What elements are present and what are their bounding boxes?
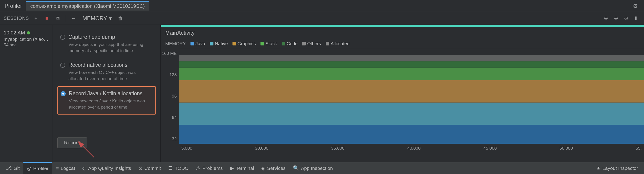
status-app-quality-label: App Quality Insights <box>88 166 131 171</box>
legend-native: Native <box>210 41 228 46</box>
stop-button[interactable]: ■ <box>43 14 51 22</box>
todo-icon: ☰ <box>168 165 173 171</box>
layout-inspector-icon: ⊞ <box>596 166 600 171</box>
main-layout: 10:02 AM myapplication (Xiaomi M2010J1..… <box>0 25 644 162</box>
status-terminal-label: Terminal <box>236 166 254 171</box>
settings-icon[interactable]: ⚙ <box>632 2 640 10</box>
chart-y-labels: 160 MB 128 96 64 32 <box>161 49 179 144</box>
back-button[interactable]: ← <box>70 14 78 22</box>
option-java-kotlin-title: Record Java / Kotlin allocations <box>69 90 152 97</box>
memory-dropdown[interactable]: MEMORY ▾ <box>80 14 114 22</box>
pause-button[interactable]: ⏸ <box>632 14 640 22</box>
radio-heap-dump[interactable] <box>60 35 65 40</box>
svg-rect-10 <box>179 68 644 80</box>
option-heap-dump-desc: View objects in your app that are using … <box>68 42 153 54</box>
status-profiler[interactable]: ◎ Profiler <box>24 162 52 174</box>
legend-allocated: Allocated <box>326 41 350 46</box>
title-bar-left: Profiler com.example.myapplication (Xiao… <box>4 2 150 10</box>
svg-rect-11 <box>179 61 644 68</box>
title-bar-right: ⚙ <box>632 2 640 10</box>
status-commit-label: Commit <box>144 166 161 171</box>
split-button[interactable]: ⧉ <box>54 14 62 22</box>
options-panel: Capture heap dump View objects in your a… <box>53 25 161 162</box>
delete-button[interactable]: 🗑 <box>116 14 124 22</box>
zoom-reset-button[interactable]: ⊕ <box>612 14 620 22</box>
legend-code: Code <box>282 41 298 46</box>
status-layout-inspector[interactable]: ⊞ Layout Inspector <box>593 166 642 171</box>
svg-rect-9 <box>179 80 644 102</box>
chart-plot <box>179 49 644 144</box>
x-label-3: 40,000 <box>407 146 420 151</box>
status-problems[interactable]: ⚠ Problems <box>192 162 226 174</box>
status-git[interactable]: ⎇ Git <box>2 162 24 174</box>
radio-native-alloc[interactable] <box>60 63 65 68</box>
chart-panel: MainActivity MEMORY Java Native Graphics… <box>161 25 644 162</box>
legend-stack-label: Stack <box>266 41 277 46</box>
option-heap-dump-title: Capture heap dump <box>68 34 153 40</box>
legend-graphics-color <box>232 42 236 46</box>
title-tab[interactable]: com.example.myapplication (Xiaomi M2010J… <box>26 2 150 10</box>
status-profiler-label: Profiler <box>33 166 49 171</box>
app-inspection-icon: 🔍 <box>293 165 299 171</box>
option-java-kotlin[interactable]: Record Java / Kotlin allocations View ho… <box>58 86 156 114</box>
option-java-kotlin-text: Record Java / Kotlin allocations View ho… <box>69 90 152 110</box>
sessions-label: SESSIONS <box>4 16 29 21</box>
legend-graphics-label: Graphics <box>238 41 256 46</box>
legend-native-label: Native <box>215 41 228 46</box>
chart-legend-bar: MEMORY Java Native Graphics Stack Code <box>161 38 644 49</box>
legend-java-label: Java <box>196 41 205 46</box>
commit-icon: ⊙ <box>138 165 142 171</box>
svg-line-1 <box>82 146 94 158</box>
legend-graphics: Graphics <box>232 41 256 46</box>
status-bar: ⎇ Git ◎ Profiler ≡ Logcat ◇ App Quality … <box>0 162 644 174</box>
legend-native-color <box>210 42 214 46</box>
status-app-inspection[interactable]: 🔍 App Inspection <box>289 162 336 174</box>
session-time-text: 10:02 AM <box>4 30 25 36</box>
radio-java-kotlin[interactable] <box>60 91 66 96</box>
status-logcat[interactable]: ≡ Logcat <box>52 162 79 174</box>
svg-rect-12 <box>179 55 644 62</box>
title-bar: Profiler com.example.myapplication (Xiao… <box>0 0 644 12</box>
status-terminal[interactable]: ▶ Terminal <box>226 162 258 174</box>
session-active-dot <box>27 31 30 34</box>
services-icon: ◈ <box>262 165 265 171</box>
option-native-alloc-text: Record native allocations View how each … <box>68 62 153 82</box>
zoom-out-button[interactable]: ⊖ <box>602 14 610 22</box>
legend-others: Others <box>302 41 321 46</box>
session-item[interactable]: 10:02 AM myapplication (Xiaomi M2010J1..… <box>0 28 52 50</box>
legend-stack-color <box>260 42 264 46</box>
option-heap-dump[interactable]: Capture heap dump View objects in your a… <box>58 30 156 58</box>
option-java-kotlin-desc: View how each Java / Kotlin object was a… <box>69 98 152 110</box>
legend-java-color <box>190 42 194 46</box>
status-problems-label: Problems <box>202 166 223 171</box>
status-app-inspection-label: App Inspection <box>301 166 333 171</box>
y-label-64: 64 <box>161 115 179 120</box>
toolbar: SESSIONS + ■ ⧉ ← MEMORY ▾ 🗑 ⊖ ⊕ ⊛ ⏸ <box>0 12 644 25</box>
arrow-indicator <box>76 142 103 160</box>
profiler-icon: ◎ <box>27 166 32 172</box>
layout-inspector-label: Layout Inspector <box>602 166 638 171</box>
legend-allocated-label: Allocated <box>331 41 350 46</box>
chart-top-highlight <box>161 25 644 27</box>
legend-stack: Stack <box>260 41 277 46</box>
logcat-icon: ≡ <box>56 165 59 171</box>
option-native-alloc-title: Record native allocations <box>68 62 153 68</box>
option-native-alloc[interactable]: Record native allocations View how each … <box>58 58 156 86</box>
legend-others-label: Others <box>307 41 321 46</box>
add-session-button[interactable]: + <box>32 14 40 22</box>
x-label-5: 50,000 <box>560 146 573 151</box>
status-services[interactable]: ◈ Services <box>258 162 290 174</box>
legend-code-color <box>282 42 285 46</box>
zoom-in-button[interactable]: ⊛ <box>622 14 630 22</box>
status-todo-label: TODO <box>175 166 188 171</box>
status-app-quality[interactable]: ◇ App Quality Insights <box>79 162 135 174</box>
app-quality-icon: ◇ <box>82 165 86 171</box>
session-name: myapplication (Xiaomi M2010J1... <box>4 37 49 42</box>
chart-title: MainActivity <box>161 27 644 38</box>
status-logcat-label: Logcat <box>60 166 75 171</box>
dropdown-icon: ▾ <box>109 15 112 22</box>
status-todo[interactable]: ☰ TODO <box>164 162 192 174</box>
y-label-32: 32 <box>161 136 179 142</box>
status-commit[interactable]: ⊙ Commit <box>135 162 164 174</box>
legend-allocated-color <box>326 42 329 46</box>
